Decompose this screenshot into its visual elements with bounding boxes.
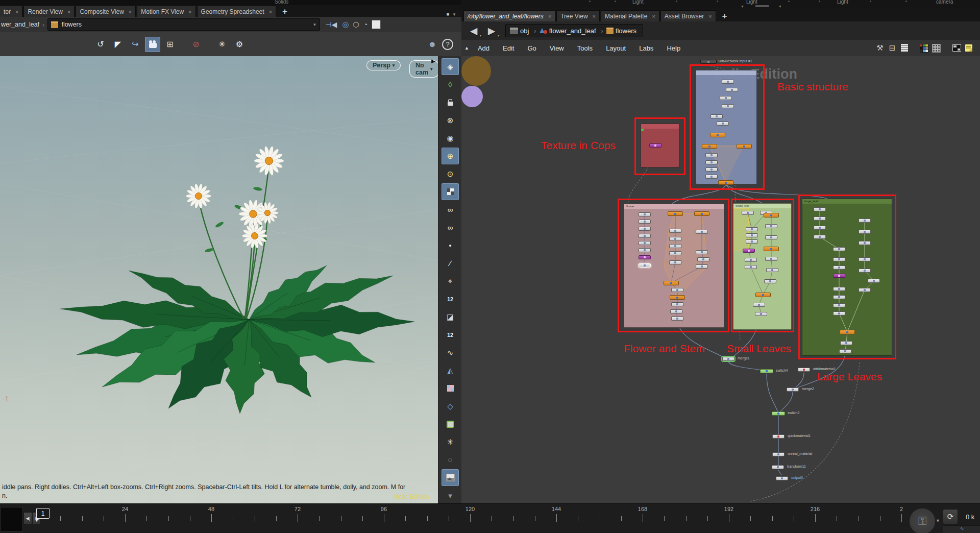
network-node[interactable] (787, 387, 799, 392)
points-display-icon[interactable]: ● (442, 237, 459, 254)
tree-list-icon[interactable]: ⊟ (886, 42, 898, 54)
blank-swatch-icon[interactable] (372, 20, 381, 29)
network-editor[interactable]: Indie Edition flowersmall_leaflarge_leaf… (461, 56, 980, 503)
profile-curves-icon[interactable]: ∿ (442, 344, 459, 361)
visualizers-icon[interactable]: ◌ (442, 451, 459, 468)
shelf-scrollbar[interactable] (755, 5, 769, 7)
annotation-box[interactable] (618, 199, 729, 332)
network-node[interactable] (700, 60, 717, 64)
annotation-box[interactable] (690, 64, 765, 190)
network-node[interactable] (760, 369, 773, 373)
audio-strip-icon[interactable]: ∿ (943, 525, 980, 533)
tab-composite-view[interactable]: Composite View× (76, 6, 136, 17)
lock-icon[interactable] (442, 94, 459, 111)
grid-display-icon[interactable]: ◈ (442, 58, 459, 75)
field-guide-icon[interactable]: ◇ (442, 398, 459, 415)
annotation-label[interactable]: Texture in Cops (541, 139, 616, 152)
construction-plane-icon[interactable]: ◊ (442, 76, 459, 93)
current-frame-flag[interactable]: 1 (36, 508, 50, 519)
network-node[interactable] (772, 411, 785, 416)
shapes-palette-icon[interactable] (930, 42, 942, 54)
no-snap-icon[interactable]: ⊘ (188, 37, 204, 52)
menu-view[interactable]: View (550, 44, 564, 52)
playbar[interactable]: ◀| |▶ 244872961201441681922162 1 ⚿ ▼ ⟳ 0… (0, 503, 980, 533)
close-icon[interactable]: × (593, 13, 596, 19)
flipbook-view-icon[interactable]: ∞ (442, 219, 459, 236)
annotation-label[interactable]: Basic structure (777, 81, 848, 93)
tab--obj-flower-and-leaf-flowers[interactable]: /obj/flower_and_leaf/flowers× (463, 10, 555, 21)
tab-motion-fx-view[interactable]: Motion FX View× (137, 6, 195, 17)
menu-go[interactable]: Go (527, 44, 536, 52)
point-normals-icon[interactable]: ∕ (442, 255, 459, 272)
zoom-region-icon[interactable]: ⊞ (162, 37, 178, 52)
tab-tor[interactable]: tor× (0, 6, 22, 17)
tab-tree-view[interactable]: Tree View× (556, 10, 600, 21)
annotation-box[interactable] (731, 199, 794, 332)
network-node[interactable] (776, 476, 788, 480)
select-tool-icon[interactable]: ◤ (110, 37, 126, 52)
close-icon[interactable]: × (129, 9, 132, 15)
close-icon[interactable]: × (652, 13, 655, 19)
tab-asset-browser[interactable]: Asset Browser× (660, 10, 716, 21)
close-icon[interactable]: × (708, 13, 712, 19)
scene-viewport[interactable]: Persp▾ No cam▾ ▶ -1 iddle pans. Right do… (0, 56, 438, 503)
viewport-pin-icon[interactable]: ▶ (431, 58, 435, 64)
forward-button[interactable]: ▶▸ (483, 24, 500, 37)
network-node[interactable] (798, 368, 810, 372)
shelf-scroll-right-icon[interactable]: ▼ (778, 5, 782, 8)
breadcrumb-item[interactable]: flower_and_leaf (549, 27, 596, 35)
breadcrumb-item[interactable]: flowers (616, 27, 636, 35)
show-guides-icon[interactable]: ∞ (442, 201, 459, 218)
sticky-note-icon[interactable] (963, 42, 975, 54)
point-markers-icon[interactable]: ⌖ (442, 273, 459, 289)
group-list-icon[interactable] (442, 416, 459, 432)
tab-geometry-spreadsheet[interactable]: Geometry Spreadsheet× (197, 6, 277, 17)
prim-normals-icon[interactable]: ◭ (442, 362, 459, 379)
close-icon[interactable]: × (188, 9, 191, 15)
list-view-icon[interactable] (898, 42, 911, 54)
network-node[interactable] (772, 434, 785, 439)
breadcrumb-item[interactable]: obj (520, 27, 529, 35)
breadcrumb[interactable]: obj›flower_and_leaf›flowers (505, 24, 643, 37)
key-dropdown-icon[interactable]: ▼ (936, 518, 940, 523)
close-icon[interactable]: × (67, 9, 70, 15)
network-node[interactable] (772, 465, 784, 469)
auto-update-icon[interactable]: ⟳ (943, 509, 958, 524)
settings-gear-icon[interactable]: ⚙ (232, 37, 247, 52)
smooth-shaded-icon[interactable] (442, 183, 459, 200)
no-lights-icon[interactable]: ⊗ (442, 112, 459, 129)
tumble-tool-icon[interactable]: ↺ (93, 37, 108, 52)
more-options-icon[interactable]: ▾ (442, 487, 459, 504)
tools-icon[interactable]: ⚒ (874, 42, 886, 54)
pin-view-icon[interactable]: ⊣◀ (325, 20, 337, 29)
back-button[interactable]: ◀▸ (465, 24, 482, 37)
menu-edit[interactable]: Edit (503, 44, 514, 52)
uv-texture-icon[interactable] (442, 380, 459, 397)
network-node[interactable] (772, 452, 785, 456)
frame-ruler[interactable]: 244872961201441681922162 (0, 504, 914, 533)
camera-tool-icon[interactable] (145, 37, 160, 52)
portal-lights-icon[interactable]: ⊙ (442, 165, 459, 182)
tab-render-view[interactable]: Render View× (23, 6, 75, 17)
prim-hulls-icon[interactable]: ◪ (442, 308, 459, 325)
path-dropdown-icon[interactable]: ▼ (312, 22, 316, 27)
annotation-label[interactable]: Small Leaves (727, 343, 791, 355)
dolly-tool-icon[interactable]: ↪ (128, 37, 143, 52)
persp-badge[interactable]: Persp▾ (366, 60, 401, 70)
close-icon[interactable]: × (15, 9, 18, 15)
keyframe-button[interactable]: ⚿ (909, 508, 936, 533)
pane-menu-icon[interactable]: ▼ (452, 12, 456, 17)
characters-icon[interactable]: ☻ (425, 37, 440, 52)
expand-arrow-icon[interactable]: ▲ (464, 45, 469, 51)
menu-tools[interactable]: Tools (577, 44, 593, 52)
snapshot-icon[interactable] (442, 469, 459, 486)
annotation-label[interactable]: Flower and Stem (624, 343, 705, 355)
pane-layout-icon[interactable] (950, 42, 963, 54)
annotation-label[interactable]: Large Leaves (817, 371, 882, 383)
headlight-icon[interactable]: ◉ (442, 130, 459, 147)
new-tab-button[interactable]: + (717, 11, 732, 21)
menu-labs[interactable]: Labs (639, 44, 653, 52)
prim-numbers-icon[interactable]: 12 (442, 326, 459, 343)
help-icon[interactable]: ? (442, 39, 453, 50)
menu-help[interactable]: Help (667, 44, 680, 52)
